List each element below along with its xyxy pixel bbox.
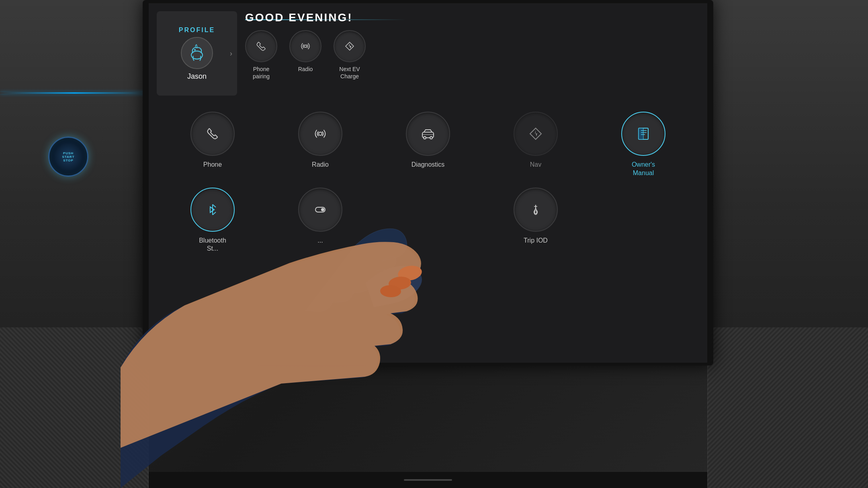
toggle-icon [313, 202, 328, 217]
svg-marker-4 [349, 43, 351, 49]
phone-app-icon [190, 112, 235, 156]
phone-app-button[interactable]: Phone [165, 112, 260, 178]
car-icon [421, 127, 435, 141]
radio-icon [300, 41, 311, 52]
settings-app-icon [298, 188, 342, 232]
ev-charge-icon-circle [334, 30, 366, 62]
quick-ev-charge-button[interactable]: Next EVCharge [334, 30, 366, 80]
phone-app-svg [205, 127, 220, 141]
carbon-fiber-left [0, 327, 149, 488]
radio-app-button[interactable]: Radio [272, 112, 368, 178]
greeting-section: GOOD EVENING! Phonepairing [245, 11, 699, 80]
infotainment-screen: PROFILE Jason › GOOD EVENING! [149, 3, 707, 363]
svg-point-7 [424, 137, 426, 139]
svg-point-24 [534, 211, 537, 213]
phone-icon [256, 41, 267, 52]
svg-line-20 [213, 204, 216, 207]
quick-actions-row: Phonepairing Radio [245, 30, 699, 80]
radio-app-svg [313, 127, 328, 141]
phone-pairing-label: Phonepairing [253, 65, 270, 80]
bottom-bar [149, 472, 707, 488]
svg-point-2 [304, 45, 307, 47]
owners-manual-app-icon [621, 112, 665, 156]
diagnostics-app-label: Diagnostics [411, 161, 445, 169]
nav-app-label: Nav [530, 161, 541, 169]
owners-manual-app-button[interactable]: Owner'sManual [596, 112, 691, 178]
nav-icon [528, 127, 543, 141]
book-icon [636, 127, 651, 141]
bluetooth-app-label: BluetoothSt... [199, 237, 226, 253]
svg-rect-13 [639, 128, 643, 139]
svg-marker-11 [535, 130, 537, 137]
trip-iod-app-label: Trip IOD [524, 237, 548, 245]
engine-start-button[interactable]: PUSH START STOP [48, 137, 88, 177]
quick-radio-button[interactable]: Radio [289, 30, 321, 80]
right-interior-panel [707, 0, 868, 488]
phone-pairing-icon-circle [245, 30, 277, 62]
carbon-fiber-right [707, 327, 868, 488]
bluetooth-icon [205, 202, 220, 217]
svg-point-1 [194, 49, 196, 51]
quick-phone-pairing-button[interactable]: Phonepairing [245, 30, 277, 80]
radio-app-label: Radio [312, 161, 329, 169]
radio-app-icon [298, 112, 342, 156]
diagnostics-app-button[interactable]: Diagnostics [380, 112, 476, 178]
trip-iod-app-button[interactable]: Trip IOD [488, 188, 583, 253]
ev-charge-label: Next EVCharge [339, 65, 360, 80]
profile-avatar [181, 37, 213, 69]
blue-accent-line [0, 92, 149, 94]
start-button-area: PUSH START STOP [48, 137, 100, 189]
trip-iod-app-icon [514, 188, 558, 232]
diagnostics-app-icon [406, 112, 450, 156]
scroll-indicator [404, 479, 452, 481]
svg-point-23 [321, 208, 324, 211]
phone-app-label: Phone [203, 161, 222, 169]
ev-navigation-icon [344, 41, 355, 52]
settings-app-button[interactable]: ... [272, 188, 368, 253]
app-grid: Phone Radio [157, 104, 699, 261]
left-interior-panel: PUSH START STOP [0, 0, 149, 488]
owners-manual-label: Owner'sManual [632, 161, 655, 178]
profile-name: Jason [187, 72, 207, 81]
svg-point-5 [319, 132, 322, 135]
profile-next-arrow[interactable]: › [230, 49, 232, 58]
svg-line-21 [213, 212, 216, 215]
greeting-text: GOOD EVENING! [245, 11, 353, 24]
bluetooth-app-icon [190, 188, 235, 232]
radio-icon-circle [289, 30, 321, 62]
svg-point-8 [430, 137, 432, 139]
nav-app-icon [514, 112, 558, 156]
trip-icon [528, 202, 543, 217]
pony-icon [187, 43, 207, 63]
profile-section[interactable]: PROFILE Jason › [157, 11, 237, 96]
bluetooth-app-button[interactable]: BluetoothSt... [165, 188, 260, 253]
nav-app-button[interactable]: Nav [488, 112, 583, 178]
settings-app-label: ... [317, 237, 323, 245]
profile-label: PROFILE [179, 27, 215, 34]
radio-label: Radio [298, 65, 313, 73]
